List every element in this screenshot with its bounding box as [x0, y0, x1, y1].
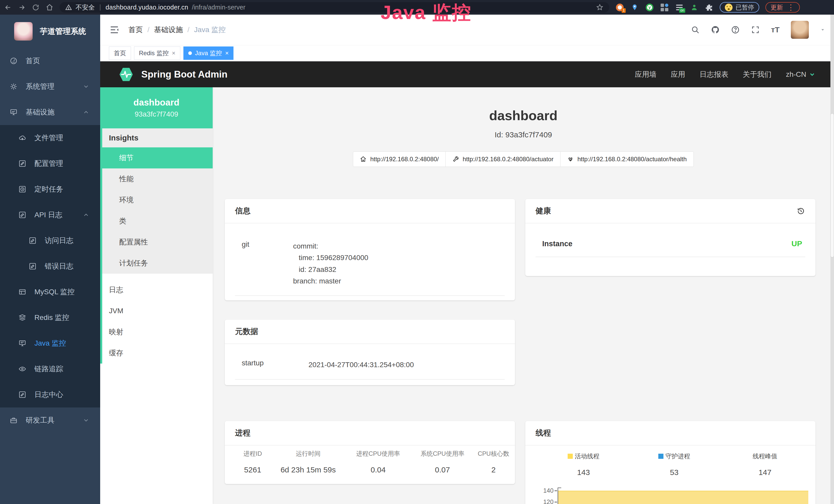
caret-down-icon[interactable] — [820, 27, 825, 32]
sba-menu-item-environment[interactable]: 环境 — [102, 189, 213, 210]
home-browser-icon[interactable] — [46, 4, 53, 11]
col-header: 系统CPU使用率 — [410, 450, 475, 458]
chart-axis-top — [557, 487, 561, 488]
address-bar[interactable]: 不安全 dashboard.yudao.iocoder.cn/infra/adm… — [60, 2, 609, 13]
history-icon[interactable] — [796, 207, 805, 215]
sidebar-item-infra[interactable]: 基础设施 — [0, 99, 100, 125]
app-logo[interactable]: 芋道管理系统 — [0, 15, 100, 48]
paused-badge[interactable]: 已暂停 — [720, 2, 759, 13]
font-size-icon[interactable]: тT — [771, 25, 780, 34]
cloud-upload-icon — [19, 134, 26, 142]
extension-person-icon[interactable] — [690, 3, 699, 12]
not-secure-warning-icon[interactable] — [65, 4, 72, 11]
close-icon[interactable] — [225, 49, 228, 57]
service-url: http://192.168.0.2:48080/ — [370, 156, 439, 163]
threads-card: 线程 活动线程 143 — [525, 421, 815, 504]
actuator-url-button[interactable]: http://192.168.0.2:48080/actuator — [445, 152, 561, 167]
sba-menu-item-caches[interactable]: 缓存 — [102, 343, 213, 364]
log-edit-icon — [19, 211, 26, 219]
hamburger-icon[interactable] — [109, 24, 120, 35]
sidebar-item-mysql-monitor[interactable]: MySQL 监控 — [0, 279, 100, 305]
sba-menu-item-logs[interactable]: 日志 — [102, 279, 213, 300]
sidebar-item-config-manage[interactable]: 配置管理 — [0, 151, 100, 176]
sidebar-item-system[interactable]: 系统管理 — [0, 74, 100, 99]
sba-menu-item-metrics[interactable]: 性能 — [102, 168, 213, 189]
header-actions: тT — [691, 21, 825, 39]
sba-nav-about[interactable]: 关于我们 — [743, 70, 772, 79]
sidebar-item-api-log[interactable]: API 日志 — [0, 202, 100, 228]
health-url: http://192.168.0.2:48080/actuator/health — [577, 156, 687, 163]
help-icon[interactable] — [731, 25, 740, 34]
y-tick-mark — [554, 490, 557, 491]
git-commit-line: commit: — [293, 240, 368, 252]
page-scrollbar[interactable] — [830, 15, 834, 504]
sba-menu-item-jvm[interactable]: JVM — [102, 300, 213, 321]
sba-language-select[interactable]: zh-CN — [786, 70, 815, 78]
tab-label: Java 监控 — [195, 49, 222, 57]
bookmark-star-icon[interactable] — [596, 4, 603, 11]
sidebar-item-label: 研发工具 — [26, 415, 54, 425]
legend-value: 143 — [538, 468, 629, 477]
sba-nav-wallboard[interactable]: 应用墙 — [635, 70, 657, 79]
health-url-button[interactable]: http://192.168.0.2:48080/actuator/health — [560, 152, 694, 167]
extension-orange-icon[interactable]: 1 — [615, 3, 624, 12]
sidebar-item-tracing[interactable]: 链路追踪 — [0, 356, 100, 382]
threads-card-title: 线程 — [535, 428, 551, 438]
sidebar-item-redis-monitor[interactable]: Redis 监控 — [0, 305, 100, 330]
sba-menu-item-config-props[interactable]: 配置属性 — [102, 232, 213, 253]
puzzle-glyph — [705, 4, 713, 11]
extensions-puzzle-icon[interactable] — [705, 3, 714, 12]
legend-square-blue — [658, 454, 663, 459]
service-url-button[interactable]: http://192.168.0.2:48080/ — [353, 152, 446, 167]
log-edit-icon — [29, 237, 37, 245]
home-icon — [360, 156, 367, 162]
close-icon[interactable] — [172, 49, 175, 57]
scrollbar-thumb[interactable] — [831, 113, 834, 257]
grid-glyph — [661, 4, 668, 11]
breadcrumb-home[interactable]: 首页 — [128, 25, 143, 35]
sba-language-label: zh-CN — [786, 70, 806, 78]
extension-green-y-icon[interactable]: y — [645, 3, 654, 12]
sidebar-item-access-log[interactable]: 访问日志 — [0, 228, 100, 253]
forward-icon[interactable] — [18, 4, 26, 11]
breadcrumb-infra[interactable]: 基础设施 — [154, 25, 183, 35]
extension-badge-on: on — [679, 8, 685, 13]
tab-redis-monitor[interactable]: Redis 监控 — [134, 46, 180, 60]
reload-icon[interactable] — [32, 4, 40, 11]
search-icon[interactable] — [691, 25, 700, 34]
sba-menu-item-scheduled-tasks[interactable]: 计划任务 — [102, 253, 213, 274]
sba-nav-applications[interactable]: 应用 — [671, 70, 685, 79]
sidebar-item-file-manage[interactable]: 文件管理 — [0, 125, 100, 151]
extension-list-on-icon[interactable]: on — [675, 3, 684, 12]
legend-value: 147 — [720, 468, 810, 477]
back-icon[interactable] — [4, 4, 12, 11]
github-icon[interactable] — [711, 25, 720, 34]
info-card: 信息 git commit: time: 1596289704000 id: 2… — [225, 199, 515, 300]
sidebar-item-dev-tools[interactable]: 研发工具 — [0, 408, 100, 433]
sba-menu-item-classes[interactable]: 类 — [102, 210, 213, 232]
main-sidebar: 芋道管理系统 首页 系统管理 基础设施 文件管理 — [0, 15, 100, 504]
sba-instance-header[interactable]: dashboard 93a3fc7f7409 — [100, 87, 213, 129]
col-header: 进程CPU使用率 — [346, 450, 410, 458]
extension-grid-icon[interactable] — [660, 3, 669, 12]
extension-pin-icon[interactable] — [630, 3, 639, 12]
sba-menu-item-details[interactable]: 细节 — [102, 147, 213, 168]
sidebar-item-error-log[interactable]: 错误日志 — [0, 253, 100, 279]
instance-health-row: Instance UP — [535, 238, 805, 257]
sidebar-item-log-center[interactable]: 日志中心 — [0, 382, 100, 408]
sba-menu-item-mappings[interactable]: 映射 — [102, 321, 213, 343]
fullscreen-icon[interactable] — [751, 25, 760, 34]
sidebar-item-scheduled-jobs[interactable]: 定时任务 — [0, 176, 100, 202]
metadata-card-body: startup 2021-04-27T00:44:31.254+08:00 — [225, 344, 515, 390]
sba-nav: 应用墙 应用 日志报表 关于我们 zh-CN — [635, 70, 815, 79]
user-avatar[interactable] — [791, 21, 809, 39]
chrome-update-button[interactable]: 更新 ⋮ — [765, 2, 800, 13]
sidebar-item-home[interactable]: 首页 — [0, 48, 100, 74]
tab-home[interactable]: 首页 — [109, 46, 131, 60]
sba-nav-journal[interactable]: 日志报表 — [700, 70, 728, 79]
edit-square-icon — [19, 160, 26, 167]
browser-menu-icon[interactable]: ⋮ — [787, 4, 795, 11]
tab-java-monitor[interactable]: Java 监控 — [183, 46, 234, 60]
sidebar-item-java-monitor[interactable]: Java 监控 — [0, 330, 100, 356]
layers-icon — [19, 314, 26, 321]
